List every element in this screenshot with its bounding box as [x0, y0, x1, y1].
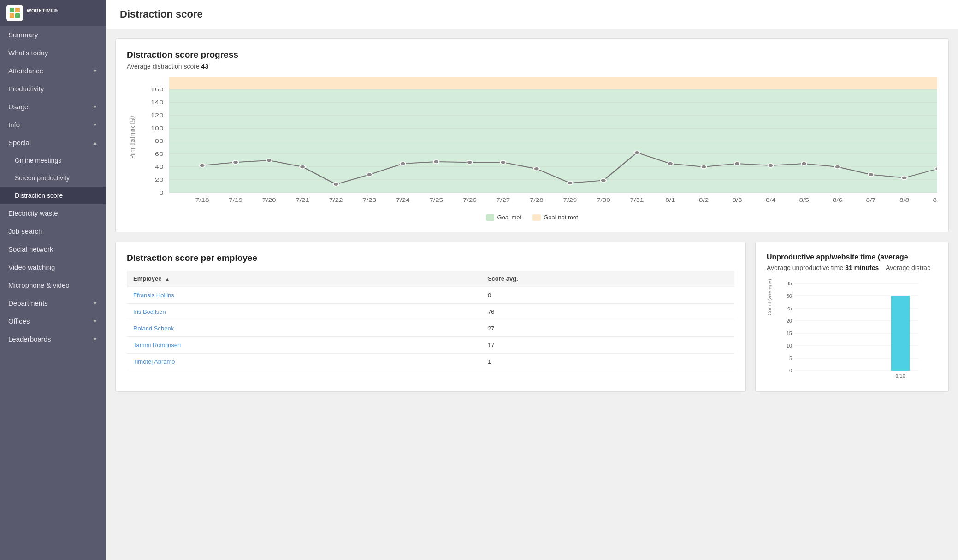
svg-text:140: 140 — [150, 100, 163, 105]
sidebar-item-social-network[interactable]: Social network — [0, 240, 106, 258]
svg-text:0: 0 — [789, 368, 792, 373]
svg-point-26 — [199, 164, 205, 167]
sidebar-item-special[interactable]: Special▲ — [0, 134, 106, 152]
bar-8-16 — [891, 296, 910, 371]
employee-table-card: Distraction score per employee Employee … — [115, 242, 746, 392]
table-row: Timotej Abramo1 — [127, 354, 734, 370]
svg-text:7/31: 7/31 — [630, 198, 644, 203]
chart2-title: Unproductive app/website time (average — [767, 253, 937, 261]
chevron-icon-leaderboards: ▼ — [92, 336, 98, 342]
svg-text:20: 20 — [787, 318, 792, 324]
svg-text:8/1: 8/1 — [665, 198, 675, 203]
svg-text:Permitted max 150: Permitted max 150 — [128, 116, 137, 159]
sidebar-nav: SummaryWhat's todayAttendance▼Productivi… — [0, 26, 106, 348]
sidebar-item-label-attendance: Attendance — [8, 67, 43, 75]
employee-link[interactable]: Ffransis Hollins — [133, 292, 174, 299]
svg-text:8/2: 8/2 — [699, 198, 709, 203]
main-content: Distraction score Distraction score prog… — [106, 0, 958, 560]
svg-point-45 — [834, 165, 840, 169]
score-value: 1 — [481, 354, 734, 370]
svg-text:8/8: 8/8 — [899, 198, 909, 203]
distraction-chart-svg: 160 140 120 100 80 60 40 20 0 Permitted … — [127, 77, 937, 206]
sidebar-item-label-usage: Usage — [8, 103, 28, 111]
svg-rect-5 — [169, 77, 937, 89]
svg-point-46 — [868, 173, 874, 177]
svg-text:8/3: 8/3 — [732, 198, 742, 203]
employee-link[interactable]: Roland Schenk — [133, 325, 174, 332]
svg-point-38 — [601, 178, 606, 182]
sidebar-item-job-search[interactable]: Job search — [0, 222, 106, 240]
distraction-progress-card: Distraction score progress Average distr… — [115, 38, 949, 232]
svg-point-40 — [668, 162, 673, 165]
svg-text:40: 40 — [155, 164, 164, 170]
svg-text:15: 15 — [787, 330, 792, 336]
chart1-title: Distraction score progress — [127, 50, 937, 60]
score-value: 17 — [481, 337, 734, 354]
sidebar-item-screen-productivity[interactable]: Screen productivity — [0, 169, 106, 187]
sidebar-item-label-info: Info — [8, 121, 20, 129]
sidebar-item-electricity-waste[interactable]: Electricity waste — [0, 204, 106, 222]
svg-text:35: 35 — [787, 281, 792, 286]
employee-link[interactable]: Timotej Abramo — [133, 358, 175, 365]
svg-rect-2 — [15, 8, 20, 12]
svg-text:7/22: 7/22 — [329, 198, 343, 203]
score-value: 76 — [481, 304, 734, 320]
sidebar-item-summary[interactable]: Summary — [0, 26, 106, 44]
svg-point-29 — [300, 165, 305, 169]
sidebar-item-label-summary: Summary — [8, 31, 38, 39]
sidebar-item-offices[interactable]: Offices▼ — [0, 312, 106, 330]
sidebar-item-productivity[interactable]: Productivity — [0, 80, 106, 98]
chart2-subtitle: Average unproductive time 31 minutes Ave… — [767, 264, 937, 271]
sidebar-item-microphone-video[interactable]: Microphone & video — [0, 276, 106, 294]
content-area: Distraction score progress Average distr… — [106, 29, 958, 401]
chart2-svg: 35 30 25 20 15 10 5 0 8/16 — [776, 279, 923, 380]
svg-text:80: 80 — [155, 138, 164, 144]
svg-text:20: 20 — [155, 177, 164, 183]
svg-text:7/28: 7/28 — [530, 198, 544, 203]
sidebar-item-whats-today[interactable]: What's today — [0, 44, 106, 62]
app-logo — [6, 5, 23, 21]
sidebar-item-leaderboards[interactable]: Leaderboards▼ — [0, 330, 106, 348]
sidebar: WORKTIME® SummaryWhat's todayAttendance▼… — [0, 0, 106, 560]
svg-text:10: 10 — [787, 343, 792, 348]
svg-text:0: 0 — [159, 190, 163, 195]
sidebar-item-label-job-search: Job search — [8, 227, 42, 235]
svg-point-42 — [734, 162, 740, 165]
score-value: 27 — [481, 320, 734, 337]
chart1-subtitle: Average distraction score 43 — [127, 63, 937, 70]
table-row: Roland Schenk27 — [127, 320, 734, 337]
employee-link[interactable]: Iris Bodilsen — [133, 308, 166, 315]
svg-point-28 — [266, 159, 272, 162]
sidebar-item-online-meetings[interactable]: Online meetings — [0, 152, 106, 169]
svg-point-27 — [233, 160, 238, 164]
chevron-icon-info: ▼ — [92, 122, 98, 128]
table-row: Tammi Romijnsen17 — [127, 337, 734, 354]
sidebar-item-label-leaderboards: Leaderboards — [8, 335, 51, 343]
svg-text:8/6: 8/6 — [833, 198, 842, 203]
sidebar-item-label-microphone-video: Microphone & video — [8, 281, 70, 289]
col-employee[interactable]: Employee ▲ — [127, 271, 481, 287]
col-score: Score avg. — [481, 271, 734, 287]
table-title: Distraction score per employee — [127, 253, 734, 263]
svg-text:7/26: 7/26 — [463, 198, 477, 203]
sidebar-item-label-departments: Departments — [8, 299, 48, 307]
sidebar-header: WORKTIME® — [0, 0, 106, 26]
sidebar-item-usage[interactable]: Usage▼ — [0, 98, 106, 116]
page-title: Distraction score — [120, 8, 944, 20]
sidebar-item-attendance[interactable]: Attendance▼ — [0, 62, 106, 80]
sidebar-item-info[interactable]: Info▼ — [0, 116, 106, 134]
table-row: Iris Bodilsen76 — [127, 304, 734, 320]
sidebar-item-departments[interactable]: Departments▼ — [0, 294, 106, 312]
svg-point-39 — [634, 151, 639, 154]
sidebar-item-distraction-score[interactable]: Distraction score — [0, 187, 106, 204]
sidebar-item-video-watching[interactable]: Video watching — [0, 258, 106, 276]
employee-link[interactable]: Tammi Romijnsen — [133, 342, 181, 348]
unproductive-chart-card: Unproductive app/website time (average A… — [755, 242, 949, 392]
sidebar-item-label-whats-today: What's today — [8, 49, 48, 57]
svg-point-41 — [701, 165, 706, 169]
svg-text:5: 5 — [789, 355, 792, 361]
svg-text:7/25: 7/25 — [429, 198, 443, 203]
sidebar-item-label-productivity: Productivity — [8, 85, 44, 93]
chart1-avg: 43 — [201, 63, 209, 70]
sidebar-item-label-electricity-waste: Electricity waste — [8, 209, 58, 217]
